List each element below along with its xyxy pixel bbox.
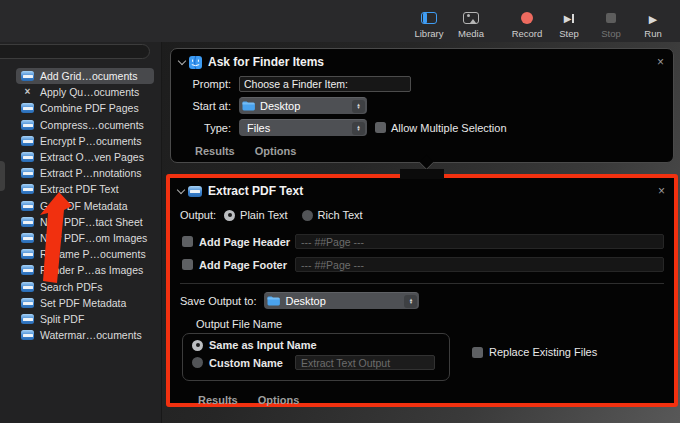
stepper-icon: ▴▾ <box>404 295 417 308</box>
library-icon <box>421 12 437 24</box>
stepper-icon: ▴▾ <box>352 100 365 113</box>
action-block-ask-for-finder-items: Ask for Finder Items × Prompt: Start at:… <box>170 48 674 163</box>
allow-multiple-label: Allow Multiple Selection <box>391 122 507 134</box>
custom-name-input[interactable] <box>295 355 435 370</box>
toolbar-button-library[interactable]: Library <box>408 11 450 39</box>
results-button[interactable]: Results <box>198 394 238 406</box>
sidebar-item-new-pdf-om-images[interactable]: New PDF…om Images <box>16 230 154 246</box>
media-icon <box>463 12 479 24</box>
sidebar-item-extract-p-nnotations[interactable]: Extract P…nnotations <box>16 165 154 181</box>
pdf-action-icon <box>21 265 34 275</box>
save-output-label: Save Output to: <box>180 295 256 307</box>
sidebar-item-apply-qu-ocuments[interactable]: Apply Qu…ocuments <box>16 84 154 100</box>
type-popup[interactable]: Files ▴▾ <box>239 119 367 136</box>
rich-text-radio[interactable] <box>302 210 313 221</box>
save-output-popup[interactable]: Desktop ▴▾ <box>264 292 419 309</box>
sidebar-item-label: Extract P…nnotations <box>40 167 142 179</box>
sidebar-item-label: Apply Qu…ocuments <box>40 86 139 98</box>
folder-icon <box>267 296 280 306</box>
library-search-input[interactable] <box>0 44 150 59</box>
toolbar: LibraryMediaRecordStepStopRun <box>0 0 680 42</box>
sidebar-item-label: Set PDF Metadata <box>40 297 126 309</box>
sidebar-item-combine-pdf-pages[interactable]: Combine PDF Pages <box>16 100 154 116</box>
same-as-input-label: Same as Input Name <box>209 339 317 351</box>
plain-text-radio[interactable] <box>224 210 235 221</box>
add-page-footer-label: Add Page Footer <box>199 259 295 271</box>
add-page-header-checkbox[interactable] <box>182 236 193 247</box>
sidebar-item-new-pdf-tact-sheet[interactable]: New PDF…tact Sheet <box>16 214 154 230</box>
toolbar-button-label: Library <box>414 28 443 39</box>
custom-name-radio[interactable] <box>192 357 203 368</box>
toolbar-button-label: Record <box>512 28 543 39</box>
toolbar-button-run[interactable]: Run <box>632 11 674 39</box>
close-icon[interactable]: × <box>658 185 665 197</box>
sidebar-item-split-pdf[interactable]: Split PDF <box>16 311 154 327</box>
workflow-canvas: Ask for Finder Items × Prompt: Start at:… <box>162 42 680 423</box>
toolbar-button-stop: Stop <box>590 11 632 39</box>
pdf-action-icon <box>21 184 34 194</box>
sidebar-item-label: New PDF…tact Sheet <box>40 216 143 228</box>
automator-window: { "toolbar": { "items": [ { "label": "Li… <box>0 0 680 423</box>
rich-text-label: Rich Text <box>318 209 363 221</box>
output-label: Output: <box>180 209 216 221</box>
sidebar-item-encrypt-p-ocuments[interactable]: Encrypt P…ocuments <box>16 133 154 149</box>
sidebar-item-watermar-ocuments[interactable]: Watermar…ocuments <box>16 327 154 343</box>
toolbar-button-label: Step <box>559 28 579 39</box>
same-as-input-radio[interactable] <box>192 340 203 351</box>
disclosure-chevron-icon[interactable] <box>177 185 185 193</box>
finder-icon <box>189 56 202 69</box>
sidebar-item-extract-pdf-text[interactable]: Extract PDF Text <box>16 181 154 197</box>
quartz-x-icon <box>21 87 34 97</box>
sidebar-item-compress-ocuments[interactable]: Compress…ocuments <box>16 117 154 133</box>
panel-edge-handle[interactable] <box>0 161 5 191</box>
toolbar-button-record[interactable]: Record <box>506 11 548 39</box>
page-footer-input[interactable] <box>295 257 664 272</box>
add-page-header-label: Add Page Header <box>199 236 295 248</box>
action-header: Extract PDF Text × <box>170 178 674 200</box>
prompt-input[interactable] <box>239 76 411 92</box>
folder-icon <box>242 101 255 111</box>
popup-value: Desktop <box>285 295 404 307</box>
output-file-name-group: Same as Input Name Custom Name <box>182 333 450 381</box>
actions-sidebar: Add Grid…ocumentsApply Qu…ocumentsCombin… <box>0 42 162 423</box>
pdf-action-icon <box>21 136 34 146</box>
action-block-extract-pdf-text: Extract PDF Text × Output: Plain Text Ri… <box>166 174 678 407</box>
allow-multiple-checkbox[interactable] <box>375 122 386 133</box>
sidebar-item-render-p-as-images[interactable]: Render P…as Images <box>16 262 154 278</box>
disclosure-chevron-icon[interactable] <box>178 56 186 64</box>
toolbar-button-label: Stop <box>601 28 621 39</box>
toolbar-button-step[interactable]: Step <box>548 11 590 39</box>
sidebar-item-get-pdf-metadata[interactable]: Get PDF Metadata <box>16 198 154 214</box>
pdf-action-icon <box>21 120 34 130</box>
replace-existing-label: Replace Existing Files <box>489 346 597 358</box>
pdf-action-icon <box>21 103 34 113</box>
options-button[interactable]: Options <box>258 394 300 406</box>
sidebar-item-search-pdfs[interactable]: Search PDFs <box>16 278 154 294</box>
popup-value: Desktop <box>260 100 352 112</box>
results-button[interactable]: Results <box>195 145 235 157</box>
sidebar-item-set-pdf-metadata[interactable]: Set PDF Metadata <box>16 295 154 311</box>
pdf-action-icon <box>21 152 34 162</box>
sidebar-item-extract-o-ven-pages[interactable]: Extract O…ven Pages <box>16 149 154 165</box>
start-at-popup[interactable]: Desktop ▴▾ <box>239 97 367 114</box>
sidebar-item-label: Watermar…ocuments <box>40 329 142 341</box>
sidebar-item-add-grid-ocuments[interactable]: Add Grid…ocuments <box>16 68 154 84</box>
add-page-footer-checkbox[interactable] <box>182 259 193 270</box>
connector-tab <box>400 169 444 179</box>
pdf-action-icon <box>21 249 34 259</box>
page-header-input[interactable] <box>295 234 664 249</box>
type-label: Type: <box>185 122 231 134</box>
action-header: Ask for Finder Items × <box>171 49 673 71</box>
options-button[interactable]: Options <box>255 145 297 157</box>
toolbar-button-media[interactable]: Media <box>450 11 492 39</box>
replace-existing-checkbox[interactable] <box>472 347 483 358</box>
plain-text-label: Plain Text <box>240 209 288 221</box>
action-title: Extract PDF Text <box>208 184 303 198</box>
connector-notch <box>419 155 435 171</box>
pdf-action-icon <box>21 217 34 227</box>
toolbar-items: LibraryMediaRecordStepStopRun <box>408 11 674 39</box>
sidebar-item-label: Extract PDF Text <box>40 183 119 195</box>
sidebar-item-rename-p-ocuments[interactable]: Rename P…ocuments <box>16 246 154 262</box>
close-icon[interactable]: × <box>657 56 664 68</box>
pdf-action-icon <box>21 233 34 243</box>
